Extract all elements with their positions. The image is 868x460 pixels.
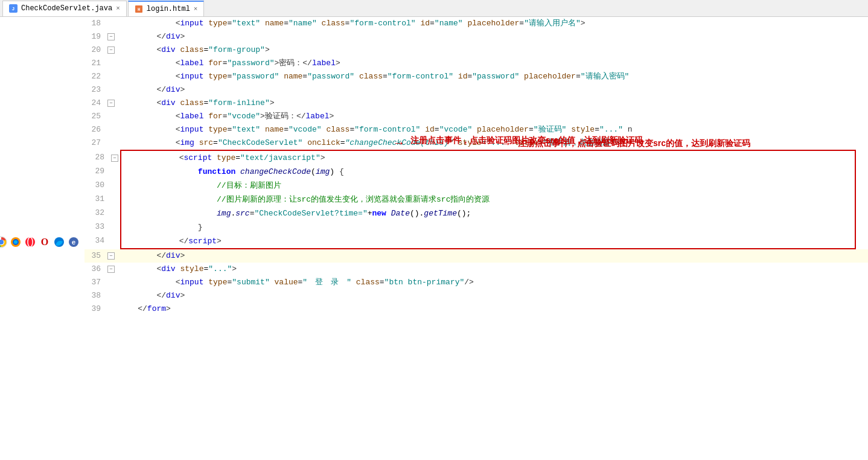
gutter-36: − xyxy=(106,263,116,276)
line-number-18: 18 xyxy=(85,17,106,30)
line-number-39: 39 xyxy=(85,302,106,316)
code-30: //目标：刷新图片 xyxy=(120,179,281,193)
annotation-arrow: → xyxy=(503,137,509,150)
editor-container: O e 18 <input type="text" name="name" cl… xyxy=(0,17,868,460)
line-number-28: 28 xyxy=(88,151,109,165)
gutter-21 xyxy=(106,57,116,70)
line-31: 31 //图片刷新的原理：让src的值发生变化，浏览器就会重新请求src指向的资… xyxy=(88,193,855,206)
line-25: 25 <label for="vcode">验证码：</label> xyxy=(85,110,868,123)
gutter-26 xyxy=(106,123,116,136)
line-number-37: 37 xyxy=(85,276,106,289)
java-icon: J xyxy=(9,4,18,13)
line-number-26: 26 xyxy=(85,123,106,136)
code-29: function changeCheckCode(img) { xyxy=(120,165,344,179)
tab-java-close[interactable]: × xyxy=(116,5,120,12)
line-23: 23 </div> xyxy=(85,83,868,97)
line-27: 27 <img src="CheckCodeServlet" onclick="… xyxy=(85,136,868,150)
code-28: <script type="text/javascript"> xyxy=(120,151,325,165)
gutter-37 xyxy=(106,276,116,289)
gutter-39 xyxy=(106,302,116,316)
editor-lines: 18 <input type="text" name="name" class=… xyxy=(85,17,868,460)
line-24: 24 − <div class="form-inline"> xyxy=(85,97,868,110)
code-31: //图片刷新的原理：让src的值发生变化，浏览器就会重新请求src指向的资源 xyxy=(120,193,490,206)
annotation-border-box: 28 − <script type="text/javascript"> 29 xyxy=(120,150,856,249)
line-number-32: 32 xyxy=(88,206,109,220)
line-29: 29 function changeCheckCode(img) { xyxy=(88,165,855,179)
fold-35[interactable]: − xyxy=(107,252,115,260)
gutter-24: − xyxy=(106,97,116,110)
gutter-27 xyxy=(106,136,116,150)
line-number-25: 25 xyxy=(85,110,106,123)
code-32: img.src="CheckCodeServlet?time="+new Dat… xyxy=(120,206,471,220)
line-21: 21 <label for="password">密码：</label> xyxy=(85,57,868,70)
line-34: 34 </script> xyxy=(88,234,855,248)
code-24: <div class="form-inline"> xyxy=(116,97,275,110)
gutter-18 xyxy=(106,17,116,30)
line-32: 32 img.src="CheckCodeServlet?time="+new … xyxy=(88,206,855,220)
line-18: 18 <input type="text" name="name" class=… xyxy=(85,17,868,30)
code-18: <input type="text" name="name" class="fo… xyxy=(116,17,586,30)
code-38: </div> xyxy=(116,289,185,302)
line-33: 33 } xyxy=(88,220,855,234)
code-36: <div style="..."> xyxy=(116,263,237,276)
svg-text:H: H xyxy=(138,7,140,12)
line-30: 30 //目标：刷新图片 xyxy=(88,179,855,193)
code-34: </script> xyxy=(120,234,222,248)
line-number-38: 38 xyxy=(85,289,106,302)
line-number-24: 24 xyxy=(85,97,106,110)
fold-19[interactable]: − xyxy=(107,33,115,40)
code-19: </div> xyxy=(116,30,185,43)
line-number-35: 35 xyxy=(85,249,106,263)
browser6-icon[interactable]: e xyxy=(68,236,80,248)
chrome-icon[interactable] xyxy=(0,236,7,248)
gutter-31 xyxy=(109,193,120,206)
line-number-34: 34 xyxy=(88,234,109,248)
line-number-31: 31 xyxy=(88,193,109,206)
svg-point-7 xyxy=(14,240,18,244)
tab-html-close[interactable]: × xyxy=(194,5,198,13)
gutter-34 xyxy=(109,234,120,248)
gutter-32 xyxy=(109,206,120,220)
tab-html[interactable]: H login.html × xyxy=(128,1,205,16)
line-37: 37 <input type="submit" value=" 登 录 " cl… xyxy=(85,276,868,289)
line-number-23: 23 xyxy=(85,83,106,97)
line-38: 38 </div> xyxy=(85,289,868,302)
fold-28[interactable]: − xyxy=(111,155,118,162)
line-19: 19 − </div> xyxy=(85,30,868,43)
code-26: <input type="text" name="vcode" class="f… xyxy=(116,123,633,136)
html-icon: H xyxy=(135,5,143,13)
firefox-icon[interactable] xyxy=(10,236,22,248)
gutter-19: − xyxy=(106,30,116,43)
line-number-33: 33 xyxy=(88,220,109,234)
gutter-23 xyxy=(106,83,116,97)
code-22: <input type="password" name="password" c… xyxy=(116,70,629,83)
gutter-35: − xyxy=(106,249,116,263)
code-25: <label for="vcode">验证码：</label> xyxy=(116,110,334,123)
line-number-21: 21 xyxy=(85,57,106,70)
line-number-29: 29 xyxy=(88,165,109,179)
line-39: 39 </form> xyxy=(85,302,868,316)
annotation-text: 注册点击事件，点击验证码图片改变src的值，达到刷新验证码 xyxy=(518,136,750,150)
fold-24[interactable]: − xyxy=(107,100,115,107)
line-number-22: 22 xyxy=(85,70,106,83)
fold-36[interactable]: − xyxy=(107,266,115,273)
line-number-30: 30 xyxy=(88,179,109,193)
svg-point-8 xyxy=(25,237,35,247)
line-number-36: 36 xyxy=(85,263,106,276)
gutter-22 xyxy=(106,70,116,83)
code-27: <img src="CheckCodeServlet" onclick="cha… xyxy=(116,136,620,150)
tab-java[interactable]: J CheckCodeServlet.java × xyxy=(2,1,127,16)
gutter-28: − xyxy=(109,151,120,165)
ie-icon[interactable]: O xyxy=(39,236,51,248)
code-20: <div class="form-group"> xyxy=(116,43,270,57)
gutter-25 xyxy=(106,110,116,123)
gutter-30 xyxy=(109,179,120,193)
line-28: 28 − <script type="text/javascript"> xyxy=(88,151,855,165)
edge-icon[interactable] xyxy=(53,236,65,248)
tab-html-label: login.html xyxy=(147,5,190,13)
tab-bar: J CheckCodeServlet.java × H login.html × xyxy=(0,0,868,17)
gutter-20: − xyxy=(106,43,116,57)
opera-icon[interactable] xyxy=(24,236,36,248)
fold-20[interactable]: − xyxy=(107,46,115,54)
svg-text:e: e xyxy=(72,239,76,246)
